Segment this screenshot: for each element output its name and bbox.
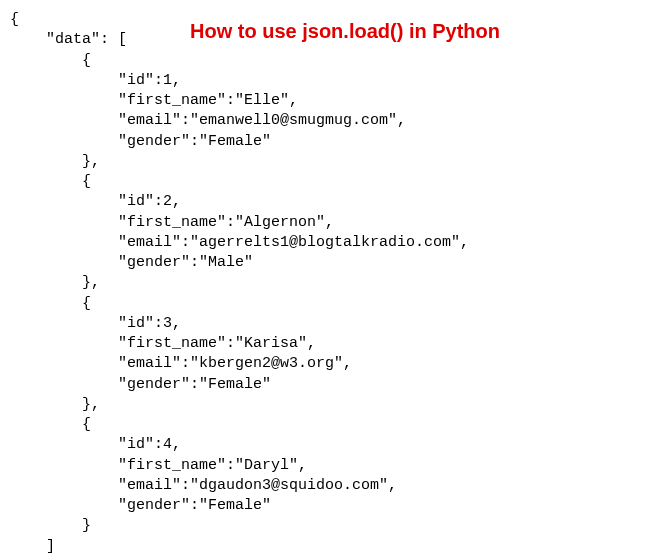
json-code-block: { "data": [ { "id":1, "first_name":"Elle… (10, 10, 651, 553)
page-title: How to use json.load() in Python (190, 18, 500, 45)
